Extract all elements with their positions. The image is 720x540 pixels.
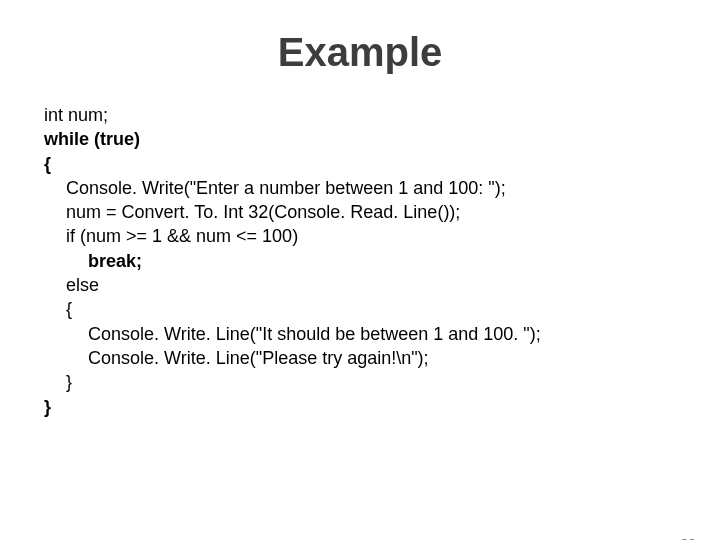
code-line: { [44, 152, 676, 176]
code-line: Console. Write. Line("Please try again!\… [44, 346, 676, 370]
code-line: while (true) [44, 127, 676, 151]
code-block: int num; while (true) { Console. Write("… [44, 103, 676, 419]
code-line: Console. Write. Line("It should be betwe… [44, 322, 676, 346]
code-line: break; [44, 249, 676, 273]
code-line: Console. Write("Enter a number between 1… [44, 176, 676, 200]
code-line: if (num >= 1 && num <= 100) [44, 224, 676, 248]
code-line: } [44, 370, 676, 394]
code-line: num = Convert. To. Int 32(Console. Read.… [44, 200, 676, 224]
code-line: else [44, 273, 676, 297]
code-line: int num; [44, 103, 676, 127]
page-number: 30 [680, 536, 696, 540]
code-line: } [44, 395, 676, 419]
slide: Example int num; while (true) { Console.… [0, 30, 720, 540]
code-line: { [44, 297, 676, 321]
slide-title: Example [0, 30, 720, 75]
